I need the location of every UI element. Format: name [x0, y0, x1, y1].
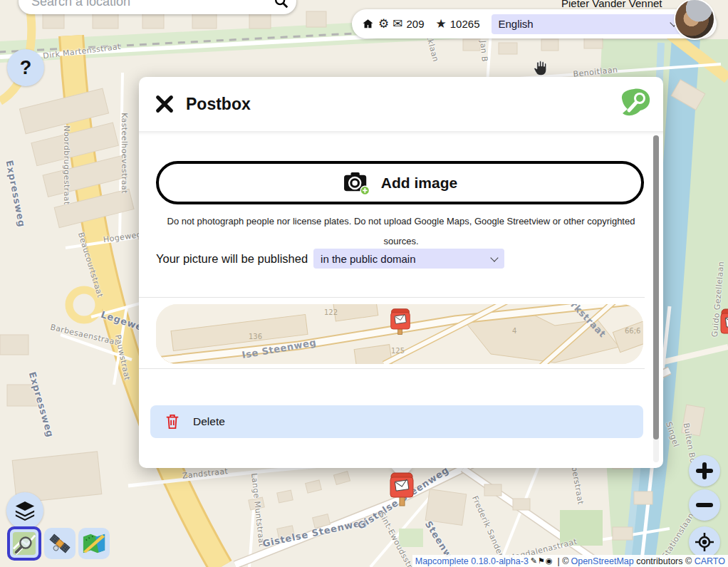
delete-button[interactable]: Delete	[150, 405, 643, 438]
basemap-style-osm-button[interactable]	[7, 526, 41, 561]
osm-link[interactable]: OpenStreetMap	[571, 556, 633, 566]
scrollbar-thumb[interactable]	[653, 135, 659, 439]
messages-count[interactable]: 209	[407, 18, 425, 30]
postbox-marker-main[interactable]	[389, 472, 415, 507]
housenumber: 136	[249, 333, 262, 340]
housenumber: 122	[324, 308, 338, 316]
attribution-separator: | ©	[558, 556, 569, 566]
attribution-icons: ✎⚑◉	[531, 556, 553, 566]
housenumber: 4	[512, 327, 516, 335]
messages-icon[interactable]: ✉	[392, 18, 402, 30]
folded-map-icon	[82, 531, 106, 556]
home-icon[interactable]	[362, 18, 374, 30]
trash-icon	[165, 413, 180, 430]
postbox-marker-minimap[interactable]	[390, 307, 411, 337]
mapcomplete-app: Dirk MartensstraatNoordbruggestraatKaste…	[0, 0, 728, 567]
postbox-marker-right[interactable]	[719, 308, 728, 342]
attribution-bar: Mapcomplete 0.18.0-alpha-3 ✎⚑◉ | © OpenS…	[412, 555, 728, 567]
camera-plus-icon	[343, 171, 371, 195]
add-image-label: Add image	[381, 175, 457, 192]
publish-prefix: Your picture will be published	[156, 252, 308, 266]
license-note: Do not photograph people nor license pla…	[160, 212, 642, 251]
divider	[139, 297, 645, 298]
basemap-style-map-button[interactable]	[78, 528, 110, 559]
app-version-link[interactable]: Mapcomplete 0.18.0-alpha-3	[415, 556, 529, 566]
search-bar	[19, 0, 296, 14]
layers-icon	[14, 500, 36, 521]
divider	[139, 368, 645, 369]
license-select[interactable]: in the public domain	[313, 249, 504, 269]
housenumber: 66;6	[625, 327, 640, 335]
popup-scrollbar[interactable]	[653, 135, 659, 462]
crosshair-icon	[695, 532, 714, 552]
postbox-popup: Postbox Add image Do not	[139, 77, 663, 468]
satellite-icon	[48, 531, 72, 556]
geolocate-button[interactable]	[689, 526, 720, 558]
popup-title: Postbox	[186, 95, 251, 114]
zoom-in-button[interactable]	[689, 455, 720, 487]
language-selected: English	[499, 18, 534, 30]
osm-map-icon	[12, 531, 36, 556]
search-icon[interactable]	[274, 0, 289, 9]
language-select[interactable]: English	[492, 14, 684, 34]
carto-link[interactable]: CARTO	[695, 556, 725, 566]
zoom-out-button[interactable]	[689, 489, 720, 521]
basemap-style-satellite-button[interactable]	[44, 528, 76, 559]
housenumber: 125	[391, 347, 405, 355]
chevron-down-icon	[490, 254, 498, 261]
popup-header: Postbox	[139, 77, 663, 131]
settings-gear-icon[interactable]: ⚙	[378, 18, 389, 30]
star-icon: ★	[436, 18, 447, 30]
mapcomplete-logo-icon	[619, 88, 650, 118]
username: Pieter Vander Vennet	[561, 0, 662, 9]
publish-row: Your picture will be published in the pu…	[156, 249, 504, 269]
user-toolbar: ⚙ ✉ 209 ★ 10265 English	[352, 9, 717, 38]
minus-icon	[695, 496, 714, 514]
delete-label: Delete	[193, 415, 225, 428]
license-selected: in the public domain	[321, 253, 415, 265]
contributors-text: contributors ©	[636, 556, 692, 566]
user-avatar[interactable]	[675, 0, 714, 38]
search-input[interactable]	[30, 0, 274, 10]
changesets-count: 10265	[450, 18, 480, 30]
add-image-button[interactable]: Add image	[156, 161, 644, 204]
help-label: ?	[20, 57, 32, 79]
help-button[interactable]: ?	[7, 49, 44, 86]
layers-button[interactable]	[6, 492, 43, 529]
plus-icon	[695, 462, 714, 480]
location-minimap[interactable]: 122 136 125 4 66;6 Ise Steenweg rkstraat	[156, 304, 643, 364]
popup-content: Add image Do not photograph people nor l…	[139, 131, 663, 468]
close-icon[interactable]	[155, 94, 175, 114]
